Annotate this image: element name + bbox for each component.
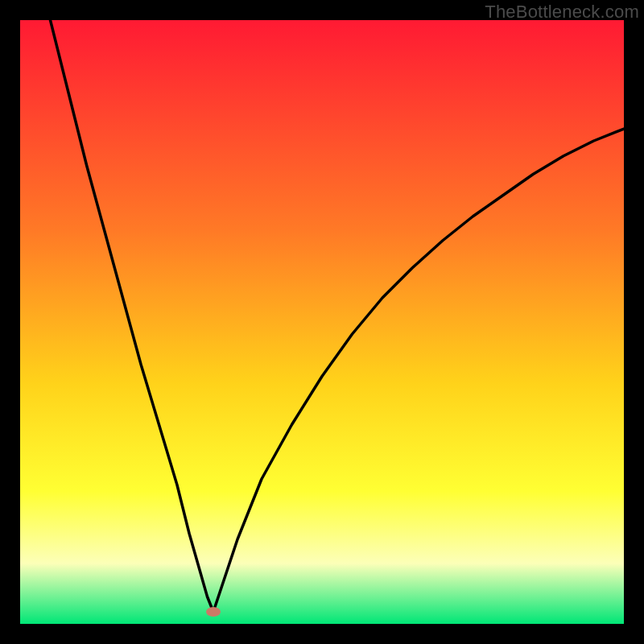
minimum-marker — [206, 607, 221, 617]
plot-area — [20, 20, 624, 624]
chart-svg — [20, 20, 624, 624]
chart-frame: TheBottleneck.com — [0, 0, 644, 644]
gradient-background — [20, 20, 624, 624]
